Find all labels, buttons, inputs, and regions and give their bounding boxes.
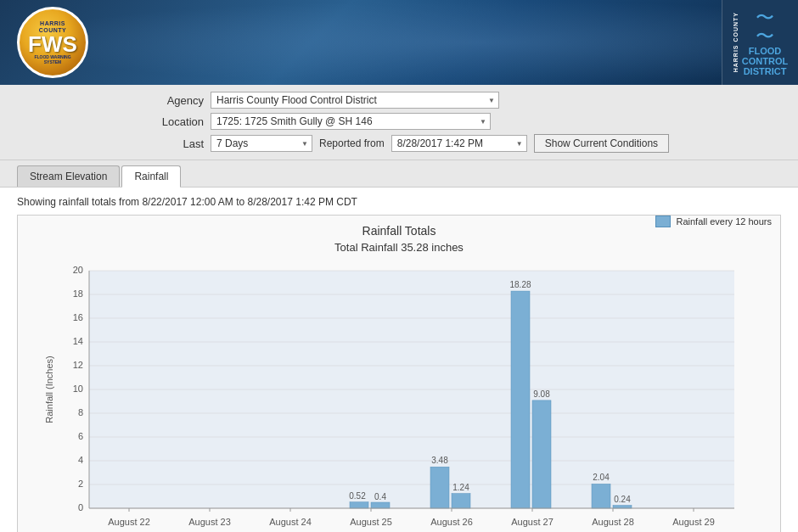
agency-label: Agency xyxy=(144,94,204,107)
agency-select[interactable]: Harris County Flood Control District xyxy=(211,92,499,109)
bar-label-aug28-2: 0.24 xyxy=(614,495,631,504)
legend-swatch xyxy=(655,216,671,227)
ytick-4: 4 xyxy=(78,455,83,465)
hcfcd-side-text: HARRIS COUNTY xyxy=(733,12,739,72)
bar-aug25-2 xyxy=(371,502,390,508)
tabs-bar: Stream Elevation Rainfall xyxy=(0,160,798,188)
xlabel-aug22: August 22 xyxy=(108,517,150,527)
xlabel-aug29: August 29 xyxy=(672,517,715,527)
bar-aug26-1 xyxy=(430,467,449,508)
bar-aug28-1 xyxy=(592,484,610,508)
ytick-14: 14 xyxy=(73,336,83,346)
reported-select-wrapper[interactable]: 8/28/2017 1:42 PM xyxy=(391,135,527,152)
bar-aug25-1 xyxy=(350,502,368,508)
bar-label-aug25-2: 0.4 xyxy=(374,492,386,501)
ytick-2: 2 xyxy=(78,479,83,489)
xlabel-aug25: August 25 xyxy=(350,517,392,527)
show-current-button[interactable]: Show Current Conditions xyxy=(534,134,669,153)
ytick-18: 18 xyxy=(73,288,83,299)
hcfcd-wave-icon: 〜〜 xyxy=(756,8,774,46)
logo-fws-text: FWS xyxy=(28,33,77,55)
ytick-20: 20 xyxy=(73,265,83,275)
ytick-10: 10 xyxy=(73,384,83,394)
chart-legend: Rainfall every 12 hours xyxy=(655,216,772,227)
tab-rainfall[interactable]: Rainfall xyxy=(121,165,181,188)
bar-label-aug25-1: 0.52 xyxy=(349,491,366,501)
bar-aug28-2 xyxy=(613,506,632,508)
controls-panel: Agency Harris County Flood Control Distr… xyxy=(0,85,798,160)
agency-row: Agency Harris County Flood Control Distr… xyxy=(144,92,781,109)
location-label: Location xyxy=(144,115,204,128)
showing-text: Showing rainfall totals from 8/22/2017 1… xyxy=(17,196,781,208)
chart-svg-wrapper: 0 2 4 6 8 10 12 14 16 18 xyxy=(26,262,772,532)
xlabel-aug24: August 24 xyxy=(269,517,312,527)
bar-aug27-2 xyxy=(532,400,551,508)
ytick-16: 16 xyxy=(73,312,83,322)
reported-label: Reported from xyxy=(319,137,385,149)
reported-select[interactable]: 8/28/2017 1:42 PM xyxy=(391,135,527,152)
header-background xyxy=(0,0,798,85)
hcfcd-logo: HARRIS COUNTY 〜〜 FLOODCONTROLDISTRICT xyxy=(722,0,798,85)
legend-label: Rainfall every 12 hours xyxy=(676,216,772,227)
hcfcd-brand-flood: FLOODCONTROLDISTRICT xyxy=(742,46,788,76)
agency-select-wrapper[interactable]: Harris County Flood Control District xyxy=(211,92,499,109)
last-select[interactable]: 7 Days xyxy=(211,135,312,152)
chart-subtitle: Total Rainfall 35.28 inches xyxy=(26,241,772,254)
bar-aug26-2 xyxy=(452,494,470,508)
tab-stream-elevation[interactable]: Stream Elevation xyxy=(17,165,120,187)
rainfall-chart-svg: 0 2 4 6 8 10 12 14 16 18 xyxy=(42,262,756,532)
ytick-6: 6 xyxy=(78,431,83,441)
location-row: Location 1725: 1725 Smith Gully @ SH 146 xyxy=(144,113,781,130)
bar-label-aug27-2: 9.08 xyxy=(533,389,550,399)
bar-label-aug27-1: 18.28 xyxy=(509,280,531,289)
bar-label-aug26-1: 3.48 xyxy=(431,456,448,465)
main-content: Showing rainfall totals from 8/22/2017 1… xyxy=(0,188,798,532)
bar-label-aug26-2: 1.24 xyxy=(452,483,469,492)
xlabel-aug28: August 28 xyxy=(592,517,634,527)
y-axis-label: Rainfall (Inches) xyxy=(44,356,54,423)
fws-logo: HARRISCOUNTY FWS FLOOD WARNINGSYSTEM xyxy=(17,7,88,78)
last-row: Last 7 Days Reported from 8/28/2017 1:42… xyxy=(144,134,781,153)
chart-container: Rainfall Totals Total Rainfall 35.28 inc… xyxy=(17,215,781,532)
location-select[interactable]: 1725: 1725 Smith Gully @ SH 146 xyxy=(211,113,491,130)
last-select-wrapper[interactable]: 7 Days xyxy=(211,135,312,152)
xlabel-aug27: August 27 xyxy=(511,517,554,527)
xlabel-aug26: August 26 xyxy=(430,517,473,527)
ytick-8: 8 xyxy=(78,407,83,417)
ytick-0: 0 xyxy=(78,502,83,512)
ytick-12: 12 xyxy=(73,360,83,370)
last-label: Last xyxy=(144,137,204,150)
location-select-wrapper[interactable]: 1725: 1725 Smith Gully @ SH 146 xyxy=(211,113,491,130)
logo-bottom-text: FLOOD WARNINGSYSTEM xyxy=(34,55,70,64)
bar-aug27-1 xyxy=(511,291,530,508)
xlabel-aug23: August 23 xyxy=(188,517,231,527)
header: HARRISCOUNTY FWS FLOOD WARNINGSYSTEM HAR… xyxy=(0,0,798,85)
bar-label-aug28-1: 2.04 xyxy=(593,473,610,482)
hcfcd-inner: HARRIS COUNTY 〜〜 FLOODCONTROLDISTRICT xyxy=(733,8,788,76)
